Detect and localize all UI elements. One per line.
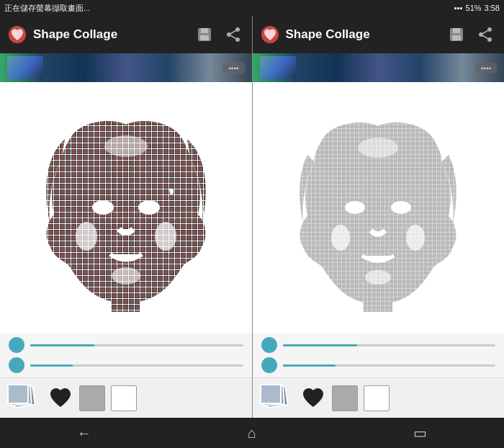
face-svg-right: [277, 103, 479, 312]
svg-point-17: [112, 267, 140, 285]
share-button-right[interactable]: [474, 23, 497, 46]
slider-thumb-2-right[interactable]: [261, 357, 277, 373]
app-bar-left: Shape Collage: [0, 16, 252, 53]
svg-point-38: [331, 225, 350, 251]
slider-thumb-1-left[interactable]: [9, 337, 24, 353]
slider-track-1-right[interactable]: [283, 344, 496, 346]
panel-right: Shape Collage ▪▪▪▪: [253, 16, 505, 418]
svg-point-37: [358, 138, 398, 158]
main-container: Shape Collage ▪▪▪▪: [0, 16, 504, 418]
svg-rect-2: [201, 28, 208, 33]
status-left: 正在儲存螢幕擷取畫面...: [4, 3, 90, 14]
panel-left: Shape Collage ▪▪▪▪: [0, 16, 253, 418]
app-bar-right: Shape Collage: [253, 16, 505, 53]
svg-rect-24: [452, 35, 461, 40]
photos-tool-left[interactable]: [7, 384, 42, 413]
collage-area-left: [0, 82, 252, 333]
svg-rect-23: [453, 28, 460, 33]
svg-point-15: [92, 200, 114, 215]
save-button-right[interactable]: [445, 23, 468, 46]
heart-tool-right[interactable]: [300, 385, 326, 411]
signal-icon: ▪▪▪: [454, 4, 463, 12]
photos-tool-right[interactable]: [260, 384, 294, 413]
nav-home-button[interactable]: ⌂: [223, 418, 281, 448]
banner-thumb-left: [7, 56, 43, 79]
nav-recents-button[interactable]: ▭: [391, 418, 449, 448]
face-svg-left: [25, 103, 227, 312]
slider-row-2-left: [9, 357, 243, 373]
slider-track-1-left[interactable]: [30, 344, 243, 346]
svg-point-34: [345, 201, 365, 214]
slider-area-right: [253, 333, 505, 377]
status-right: ▪▪▪ 51% 3:58: [454, 4, 500, 12]
svg-point-18: [104, 135, 148, 157]
banner-thumb-right: [260, 56, 296, 79]
color-gray-right[interactable]: [332, 385, 358, 411]
notification-text: 正在儲存螢幕擷取畫面...: [4, 3, 90, 14]
slider-row-1-right: [261, 337, 496, 353]
svg-point-16: [138, 200, 160, 215]
slider-thumb-2-left[interactable]: [9, 357, 24, 373]
svg-point-35: [391, 201, 411, 214]
slider-track-2-left[interactable]: [30, 364, 243, 367]
slider-row-2-right: [261, 357, 496, 373]
banner-left: ▪▪▪▪: [0, 53, 252, 82]
banner-label-right: ▪▪▪▪: [475, 63, 497, 73]
app-title-right: Shape Collage: [286, 27, 440, 42]
nav-bar: ← ⌂ ▭: [0, 418, 504, 448]
color-gray-left[interactable]: [79, 385, 105, 411]
color-white-left[interactable]: [111, 385, 137, 411]
app-title-left: Shape Collage: [33, 27, 187, 42]
banner-label-left: ▪▪▪▪: [222, 63, 244, 73]
heart-tool-left[interactable]: [48, 385, 73, 411]
color-white-right[interactable]: [364, 385, 390, 411]
app-icon-left: [7, 24, 27, 45]
collage-area-right: [253, 82, 505, 333]
svg-point-19: [76, 222, 97, 251]
svg-point-20: [155, 222, 176, 251]
svg-line-29: [481, 35, 490, 40]
battery-text: 51%: [466, 4, 482, 12]
svg-line-28: [481, 30, 490, 35]
nav-back-button[interactable]: ←: [55, 418, 113, 448]
slider-row-1-left: [9, 337, 243, 353]
svg-point-36: [365, 270, 391, 285]
save-button-left[interactable]: [193, 23, 216, 46]
bottom-toolbar-right: [253, 377, 505, 418]
slider-thumb-1-right[interactable]: [261, 337, 277, 353]
status-bar: 正在儲存螢幕擷取畫面... ▪▪▪ 51% 3:58: [0, 0, 504, 16]
bottom-toolbar-left: [0, 377, 252, 418]
share-button-left[interactable]: [222, 23, 245, 46]
svg-point-39: [406, 225, 425, 251]
banner-right: ▪▪▪▪: [253, 53, 505, 82]
slider-area-left: [0, 333, 252, 377]
slider-track-2-right[interactable]: [283, 364, 496, 367]
time-display: 3:58: [485, 4, 500, 12]
svg-line-7: [229, 30, 238, 35]
svg-line-8: [229, 35, 238, 40]
app-icon-right: [260, 24, 280, 45]
svg-rect-3: [200, 35, 209, 40]
